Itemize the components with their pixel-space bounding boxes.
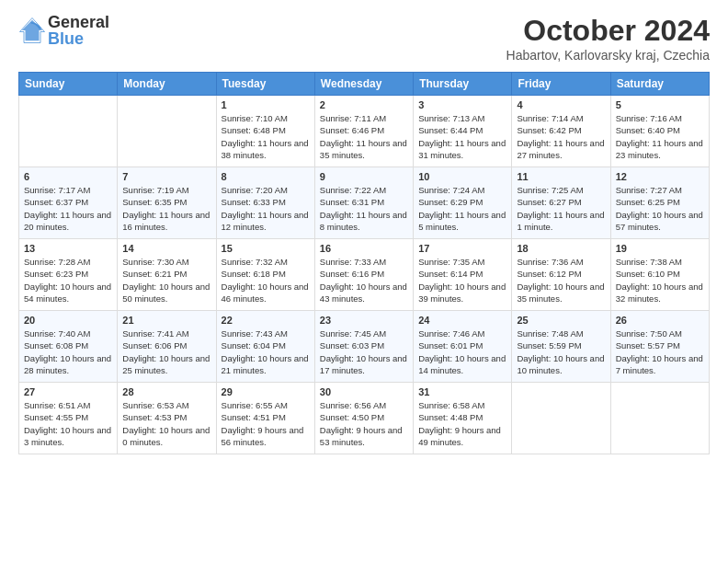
day-number: 11 (517, 171, 605, 182)
calendar-cell: 6Sunrise: 7:17 AMSunset: 6:37 PMDaylight… (19, 167, 118, 239)
day-info: Sunrise: 7:17 AMSunset: 6:37 PMDaylight:… (24, 185, 111, 232)
day-info: Sunrise: 7:48 AMSunset: 5:59 PMDaylight:… (517, 328, 604, 375)
calendar-cell: 15Sunrise: 7:32 AMSunset: 6:18 PMDayligh… (216, 239, 314, 311)
calendar-cell (118, 96, 216, 167)
day-number: 12 (616, 171, 704, 182)
page: General Blue October 2024 Habartov, Karl… (0, 0, 728, 563)
day-info: Sunrise: 7:50 AMSunset: 5:57 PMDaylight:… (616, 328, 703, 375)
calendar-header-monday: Monday (118, 73, 216, 96)
day-number: 28 (122, 386, 210, 397)
calendar-cell: 25Sunrise: 7:48 AMSunset: 5:59 PMDayligh… (512, 311, 610, 383)
day-number: 22 (222, 315, 310, 326)
calendar-cell: 19Sunrise: 7:38 AMSunset: 6:10 PMDayligh… (610, 239, 709, 311)
calendar-cell: 13Sunrise: 7:28 AMSunset: 6:23 PMDayligh… (19, 239, 118, 311)
day-info: Sunrise: 7:33 AMSunset: 6:16 PMDaylight:… (320, 257, 407, 304)
calendar-week-2: 6Sunrise: 7:17 AMSunset: 6:37 PMDaylight… (19, 167, 710, 239)
calendar-header-friday: Friday (512, 73, 610, 96)
day-info: Sunrise: 7:38 AMSunset: 6:10 PMDaylight:… (616, 257, 703, 304)
day-number: 24 (418, 315, 506, 326)
calendar-cell: 8Sunrise: 7:20 AMSunset: 6:33 PMDaylight… (216, 167, 314, 239)
calendar-cell: 11Sunrise: 7:25 AMSunset: 6:27 PMDayligh… (512, 167, 610, 239)
day-info: Sunrise: 7:43 AMSunset: 6:04 PMDaylight:… (222, 328, 309, 375)
calendar-week-4: 20Sunrise: 7:40 AMSunset: 6:08 PMDayligh… (19, 311, 710, 383)
day-info: Sunrise: 7:11 AMSunset: 6:46 PMDaylight:… (320, 113, 407, 160)
logo-icon (18, 17, 46, 44)
day-info: Sunrise: 7:10 AMSunset: 6:48 PMDaylight:… (222, 113, 309, 160)
day-number: 26 (616, 315, 704, 326)
calendar-cell: 16Sunrise: 7:33 AMSunset: 6:16 PMDayligh… (314, 239, 413, 311)
day-number: 30 (320, 386, 408, 397)
day-number: 31 (418, 386, 506, 397)
day-number: 10 (418, 171, 506, 182)
day-number: 7 (122, 171, 210, 182)
day-number: 6 (24, 171, 112, 182)
day-info: Sunrise: 6:56 AMSunset: 4:50 PMDaylight:… (320, 400, 403, 447)
calendar-cell: 9Sunrise: 7:22 AMSunset: 6:31 PMDaylight… (314, 167, 413, 239)
calendar-week-5: 27Sunrise: 6:51 AMSunset: 4:55 PMDayligh… (19, 383, 710, 454)
day-number: 4 (517, 99, 605, 110)
calendar-cell: 21Sunrise: 7:41 AMSunset: 6:06 PMDayligh… (118, 311, 216, 383)
day-number: 13 (24, 243, 112, 254)
calendar-cell: 30Sunrise: 6:56 AMSunset: 4:50 PMDayligh… (314, 383, 413, 454)
calendar-header-tuesday: Tuesday (216, 73, 314, 96)
calendar-cell: 20Sunrise: 7:40 AMSunset: 6:08 PMDayligh… (19, 311, 118, 383)
day-info: Sunrise: 7:14 AMSunset: 6:42 PMDaylight:… (517, 113, 604, 160)
day-info: Sunrise: 7:45 AMSunset: 6:03 PMDaylight:… (320, 328, 407, 375)
calendar-header-thursday: Thursday (414, 73, 512, 96)
calendar-cell: 4Sunrise: 7:14 AMSunset: 6:42 PMDaylight… (512, 96, 610, 167)
logo-text: General Blue (48, 14, 109, 47)
day-number: 19 (616, 243, 704, 254)
calendar-cell: 28Sunrise: 6:53 AMSunset: 4:53 PMDayligh… (118, 383, 216, 454)
logo: General Blue (18, 14, 109, 47)
logo-blue: Blue (48, 30, 109, 47)
calendar-cell (512, 383, 610, 454)
calendar-cell: 23Sunrise: 7:45 AMSunset: 6:03 PMDayligh… (314, 311, 413, 383)
day-number: 5 (616, 99, 704, 110)
day-info: Sunrise: 7:36 AMSunset: 6:12 PMDaylight:… (517, 257, 604, 304)
calendar-cell (19, 96, 118, 167)
calendar-header-sunday: Sunday (19, 73, 118, 96)
day-info: Sunrise: 7:24 AMSunset: 6:29 PMDaylight:… (418, 185, 506, 232)
calendar: SundayMondayTuesdayWednesdayThursdayFrid… (18, 72, 710, 454)
calendar-cell: 31Sunrise: 6:58 AMSunset: 4:48 PMDayligh… (414, 383, 512, 454)
calendar-header-wednesday: Wednesday (314, 73, 413, 96)
day-number: 2 (320, 99, 408, 110)
day-info: Sunrise: 7:30 AMSunset: 6:21 PMDaylight:… (122, 257, 210, 304)
calendar-cell: 24Sunrise: 7:46 AMSunset: 6:01 PMDayligh… (414, 311, 512, 383)
day-number: 27 (24, 386, 112, 397)
day-number: 9 (320, 171, 408, 182)
day-info: Sunrise: 7:16 AMSunset: 6:40 PMDaylight:… (616, 113, 703, 160)
calendar-cell: 2Sunrise: 7:11 AMSunset: 6:46 PMDaylight… (314, 96, 413, 167)
day-number: 25 (517, 315, 605, 326)
day-number: 18 (517, 243, 605, 254)
calendar-header-row: SundayMondayTuesdayWednesdayThursdayFrid… (19, 73, 710, 96)
day-number: 1 (222, 99, 310, 110)
day-number: 14 (122, 243, 210, 254)
calendar-cell (610, 383, 709, 454)
calendar-week-3: 13Sunrise: 7:28 AMSunset: 6:23 PMDayligh… (19, 239, 710, 311)
day-number: 8 (222, 171, 310, 182)
day-number: 17 (418, 243, 506, 254)
day-info: Sunrise: 7:19 AMSunset: 6:35 PMDaylight:… (122, 185, 210, 232)
day-info: Sunrise: 7:27 AMSunset: 6:25 PMDaylight:… (616, 185, 703, 232)
day-info: Sunrise: 7:13 AMSunset: 6:44 PMDaylight:… (418, 113, 506, 160)
day-info: Sunrise: 6:58 AMSunset: 4:48 PMDaylight:… (418, 400, 501, 447)
header: General Blue October 2024 Habartov, Karl… (18, 14, 710, 63)
day-info: Sunrise: 7:41 AMSunset: 6:06 PMDaylight:… (122, 328, 210, 375)
day-info: Sunrise: 7:35 AMSunset: 6:14 PMDaylight:… (418, 257, 506, 304)
day-number: 3 (418, 99, 506, 110)
day-info: Sunrise: 7:25 AMSunset: 6:27 PMDaylight:… (517, 185, 604, 232)
day-info: Sunrise: 7:22 AMSunset: 6:31 PMDaylight:… (320, 185, 407, 232)
day-info: Sunrise: 6:53 AMSunset: 4:53 PMDaylight:… (122, 400, 210, 447)
day-number: 21 (122, 315, 210, 326)
calendar-cell: 14Sunrise: 7:30 AMSunset: 6:21 PMDayligh… (118, 239, 216, 311)
day-number: 20 (24, 315, 112, 326)
day-info: Sunrise: 7:20 AMSunset: 6:33 PMDaylight:… (222, 185, 309, 232)
calendar-cell: 18Sunrise: 7:36 AMSunset: 6:12 PMDayligh… (512, 239, 610, 311)
calendar-cell: 3Sunrise: 7:13 AMSunset: 6:44 PMDaylight… (414, 96, 512, 167)
calendar-cell: 10Sunrise: 7:24 AMSunset: 6:29 PMDayligh… (414, 167, 512, 239)
calendar-cell: 12Sunrise: 7:27 AMSunset: 6:25 PMDayligh… (610, 167, 709, 239)
day-number: 23 (320, 315, 408, 326)
calendar-cell: 5Sunrise: 7:16 AMSunset: 6:40 PMDaylight… (610, 96, 709, 167)
calendar-cell: 7Sunrise: 7:19 AMSunset: 6:35 PMDaylight… (118, 167, 216, 239)
